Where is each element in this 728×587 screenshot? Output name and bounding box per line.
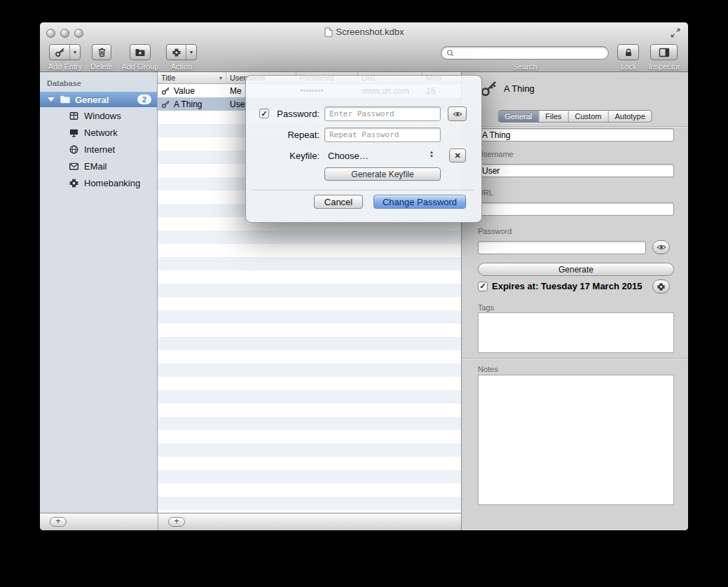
- tags-label: Tags: [478, 303, 494, 312]
- network-icon: [68, 127, 79, 138]
- bottom-bar: + +: [40, 513, 461, 530]
- expires-label: Expires at: Tuesday 17 March 2015: [492, 281, 642, 291]
- sidebar-group-general[interactable]: General 2: [40, 92, 157, 107]
- eye-icon: [453, 109, 462, 119]
- windows-icon: [68, 110, 79, 121]
- sidebar-item-network[interactable]: Network: [40, 124, 157, 141]
- dialog-password-input[interactable]: [324, 106, 441, 121]
- dialog-divider: [253, 190, 474, 191]
- action-button[interactable]: ▾: [166, 44, 197, 60]
- password-field[interactable]: [478, 241, 646, 254]
- gear-icon: [167, 45, 186, 60]
- sidebar-item-windows[interactable]: Windows: [40, 107, 157, 124]
- dialog-repeat-input[interactable]: [324, 127, 441, 142]
- dialog-reveal-password-button[interactable]: [448, 106, 467, 121]
- folder-icon: [60, 94, 71, 105]
- username-label: Username: [478, 150, 514, 158]
- add-group-label: Add Group: [121, 62, 160, 71]
- search-icon: [446, 49, 455, 57]
- keyfile-stepper-icon[interactable]: ▲ ▼: [430, 150, 434, 158]
- action-dropdown-icon[interactable]: ▾: [186, 45, 196, 60]
- clear-keyfile-button[interactable]: ✕: [449, 149, 466, 163]
- add-entry-dropdown-icon[interactable]: ▾: [69, 45, 80, 60]
- sidebar: Database General 2 Windows: [40, 72, 158, 513]
- inspector-panel: A Thing General Files Custom Autotype Us…: [461, 72, 688, 530]
- trash-icon: [97, 47, 107, 57]
- generate-keyfile-button[interactable]: Generate Keyfile: [324, 167, 441, 181]
- notes-label: Notes: [478, 365, 498, 373]
- add-entry-plus-button[interactable]: +: [168, 517, 185, 527]
- add-entry-button[interactable]: ▾: [49, 44, 81, 60]
- reveal-password-button[interactable]: [652, 240, 670, 254]
- change-password-dialog: ✓ Password: Repeat: Keyfile: Choose… ▲ ▼…: [245, 75, 482, 223]
- entry-key-icon: [480, 79, 498, 97]
- tab-custom[interactable]: Custom: [569, 111, 609, 122]
- add-group-button[interactable]: [130, 44, 151, 60]
- change-password-button[interactable]: Change Password: [373, 195, 466, 209]
- key-icon: [161, 86, 171, 96]
- inspector-entry-title: A Thing: [504, 83, 535, 94]
- url-field[interactable]: [478, 202, 674, 216]
- search-label: Search: [502, 62, 547, 71]
- internet-icon: [68, 144, 79, 155]
- tags-field[interactable]: [478, 312, 674, 353]
- document-icon: [324, 27, 333, 37]
- disclosure-triangle-icon[interactable]: [48, 97, 55, 102]
- add-group-plus-button[interactable]: +: [50, 517, 67, 527]
- lock-button[interactable]: [617, 44, 639, 60]
- expires-checkbox[interactable]: ✓: [478, 282, 488, 291]
- sidebar-group-badge: 2: [137, 95, 151, 104]
- gear-icon: [657, 282, 666, 291]
- dialog-password-label: Password:: [246, 106, 320, 121]
- sidebar-item-internet[interactable]: Internet: [40, 141, 157, 158]
- search-input[interactable]: [458, 48, 603, 58]
- delete-button[interactable]: [92, 44, 111, 60]
- lock-label: Lock: [613, 62, 644, 71]
- bottom-bar-divider: [158, 513, 158, 530]
- sidebar-group-label: General: [75, 95, 109, 105]
- dialog-repeat-label: Repeat:: [246, 127, 320, 142]
- dialog-keyfile-label: Keyfile:: [246, 149, 320, 163]
- password-label: Password: [478, 227, 511, 235]
- expires-row: ✓ Expires at: Tuesday 17 March 2015: [478, 281, 642, 291]
- search-field[interactable]: [441, 46, 609, 60]
- expires-settings-button[interactable]: [652, 279, 670, 294]
- tab-autotype[interactable]: Autotype: [608, 111, 651, 122]
- tab-files[interactable]: Files: [539, 111, 568, 122]
- key-icon: [50, 45, 69, 60]
- inspector-header-divider: [462, 126, 688, 127]
- folder-plus-icon: [135, 47, 146, 58]
- window-title: Screenshot.kdbx: [40, 27, 688, 37]
- add-entry-label: Add Entry: [46, 62, 85, 71]
- inspector-panel-icon: [659, 48, 670, 57]
- generate-password-button[interactable]: Generate: [478, 263, 674, 276]
- inspector-button[interactable]: [650, 44, 678, 60]
- fullscreen-icon[interactable]: [670, 27, 681, 39]
- inspector-divider: [462, 358, 688, 359]
- email-icon: [68, 160, 79, 172]
- window-header: Screenshot.kdbx ▾: [40, 22, 688, 72]
- notes-field[interactable]: [478, 375, 674, 505]
- action-label: Action: [167, 62, 195, 71]
- eye-icon: [657, 242, 666, 252]
- key-icon: [161, 99, 171, 109]
- sidebar-item-homebanking[interactable]: Homebanking: [40, 174, 157, 191]
- column-header-title[interactable]: Title ▾: [158, 72, 226, 83]
- tab-general[interactable]: General: [498, 111, 539, 122]
- app-window: Screenshot.kdbx ▾: [40, 22, 688, 530]
- lock-icon: [624, 48, 633, 57]
- sort-desc-icon: ▾: [219, 75, 222, 81]
- cancel-button[interactable]: Cancel: [314, 195, 363, 209]
- sidebar-item-email[interactable]: EMail: [40, 158, 157, 174]
- sidebar-section-header: Database: [40, 72, 157, 88]
- inspector-label: Inspector: [644, 62, 685, 71]
- homebanking-icon: [68, 177, 79, 188]
- keyfile-popup-button[interactable]: Choose…: [328, 149, 369, 163]
- username-field[interactable]: [478, 164, 674, 177]
- title-field[interactable]: [478, 128, 674, 141]
- delete-label: Delete: [89, 62, 114, 71]
- inspector-tabs: General Files Custom Autotype: [497, 110, 652, 123]
